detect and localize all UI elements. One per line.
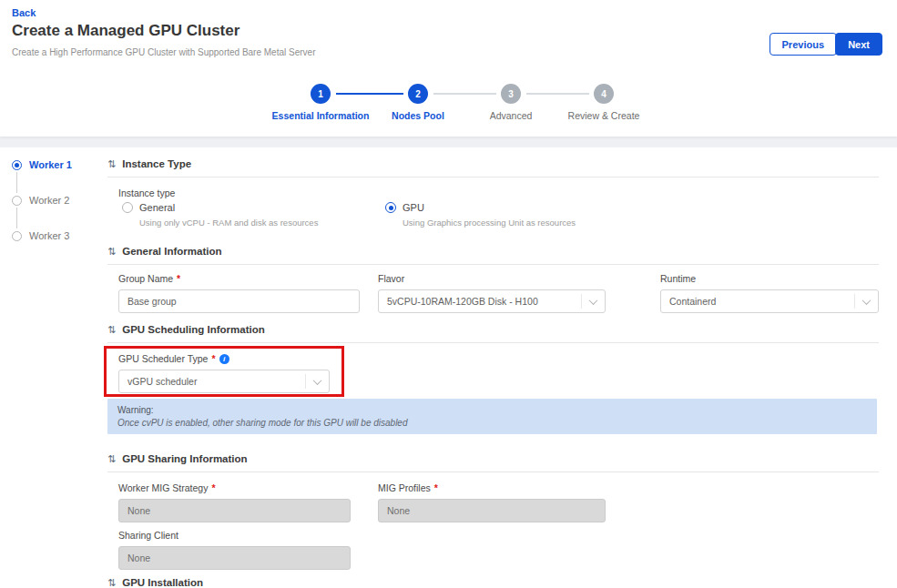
worker-sidebar: Worker 1 Worker 2 Worker 3 [12,159,72,241]
runtime-select[interactable]: Containerd [660,289,879,313]
runtime-label: Runtime [660,273,879,284]
chevron-down-icon [862,296,872,305]
flavor-field: Flavor 5vCPU-10RAM-120GB Disk - H100 [378,273,606,313]
back-link[interactable]: Back [12,7,36,18]
instance-type-group: Instance type General Using only vCPU - … [118,188,879,242]
gpu-scheduler-type-select[interactable]: vGPU scheduler [118,370,330,393]
section-gpu-installation: ⇅ GPU Installation [107,577,879,588]
instance-type-label: Instance type [118,188,879,198]
flavor-value: 5vCPU-10RAM-120GB Disk - H100 [387,296,538,307]
section-gpu-sharing: ⇅ GPU Sharing Information [107,453,879,472]
group-name-input[interactable] [118,289,360,313]
page-title: Create a Managed GPU Cluster [12,22,240,40]
required-marker: * [211,482,215,493]
chevron-down-icon [313,376,322,385]
step-circle[interactable]: 3 [501,84,521,104]
step-circle[interactable]: 2 [408,84,428,104]
section-instance-type: ⇅ Instance Type [107,158,879,177]
sidebar-item-worker-2[interactable]: Worker 2 [12,195,72,206]
sidebar-item-worker-3[interactable]: Worker 3 [12,230,72,241]
sharing-client-field: Sharing Client None [118,530,351,570]
section-title: GPU Sharing Information [122,453,247,464]
radio-helper-text: Using Graphics processing Unit as resour… [403,218,576,228]
worker-label: Worker 1 [29,159,72,170]
required-marker: * [177,273,180,284]
radio-label: General [139,202,175,213]
mig-profiles-label: MIG Profiles* [378,482,606,493]
step-circle[interactable]: 1 [311,84,331,104]
section-title: General Information [122,246,221,257]
section-title: GPU Installation [122,577,203,588]
collapse-section-icon[interactable]: ⇅ [107,247,116,257]
radio-option-general: General Using only vCPU - RAM and disk a… [122,202,318,228]
main-content: Worker 1 Worker 2 Worker 3 ⇅ Instance Ty… [0,147,897,588]
worker-mig-strategy-label: Worker MIG Strategy* [118,482,351,493]
flavor-select[interactable]: 5vCPU-10RAM-120GB Disk - H100 [378,289,606,313]
page-header: Back Create a Managed GPU Cluster Create… [0,0,897,137]
required-marker: * [211,353,215,364]
collapse-section-icon[interactable]: ⇅ [107,159,116,169]
chevron-wrap [854,294,870,309]
section-title: Instance Type [122,158,191,169]
page-subtitle: Create a High Performance GPU Cluster wi… [12,47,315,57]
sharing-client-label: Sharing Client [118,530,351,541]
runtime-value: Containerd [669,296,716,307]
info-icon[interactable]: i [219,354,229,364]
previous-button[interactable]: Previous [770,33,837,56]
warning-box: Warning: Once cvPU is enabled, other sha… [107,399,877,434]
group-name-field: Group Name* [118,273,360,313]
step-label: Review & Create [540,110,668,121]
radio-unselected-icon [12,231,22,241]
warning-message: Once cvPU is enabled, other sharing mode… [117,418,867,428]
mig-profiles-field: MIG Profiles* None [378,482,606,522]
worker-connector [16,208,17,228]
collapse-section-icon[interactable]: ⇅ [107,325,116,335]
gpu-scheduler-type-field: GPU Scheduler Type* i vGPU scheduler [118,353,330,393]
gpu-radio[interactable]: GPU [385,202,576,213]
worker-mig-strategy-input: None [118,499,351,522]
general-radio[interactable]: General [122,202,318,213]
warning-title: Warning: [117,405,867,415]
flavor-label: Flavor [378,273,606,284]
chevron-down-icon [589,296,598,305]
collapse-section-icon[interactable]: ⇅ [107,578,116,588]
chevron-wrap [305,374,321,389]
worker-label: Worker 3 [29,230,69,241]
worker-label: Worker 2 [29,195,69,206]
section-gpu-scheduling: ⇅ GPU Scheduling Information [107,324,879,343]
required-marker: * [434,482,438,493]
mig-profiles-input: None [378,499,606,522]
chevron-wrap [581,294,596,309]
worker-connector [16,172,17,193]
section-general-information: ⇅ General Information [107,246,879,265]
radio-label: GPU [403,202,424,213]
radio-unselected-icon [12,196,22,206]
step-review-create[interactable]: 4 Review & Create [540,84,668,121]
runtime-field: Runtime Containerd [660,273,879,313]
gpu-scheduler-type-label: GPU Scheduler Type* i [118,353,330,364]
radio-helper-text: Using only vCPU - RAM and disk as resour… [139,218,318,228]
radio-icon [122,202,133,213]
sharing-client-input: None [118,546,351,570]
section-title: GPU Scheduling Information [122,324,265,335]
radio-icon [385,202,396,213]
collapse-section-icon[interactable]: ⇅ [107,454,116,464]
gpu-scheduler-type-value: vGPU scheduler [127,376,197,387]
sidebar-item-worker-1[interactable]: Worker 1 [12,159,72,170]
radio-option-gpu: GPU Using Graphics processing Unit as re… [385,202,576,228]
next-button[interactable]: Next [835,33,882,56]
group-name-label: Group Name* [118,273,360,284]
radio-selected-icon [12,160,22,170]
step-circle[interactable]: 4 [594,84,614,104]
worker-mig-strategy-field: Worker MIG Strategy* None [118,482,351,522]
